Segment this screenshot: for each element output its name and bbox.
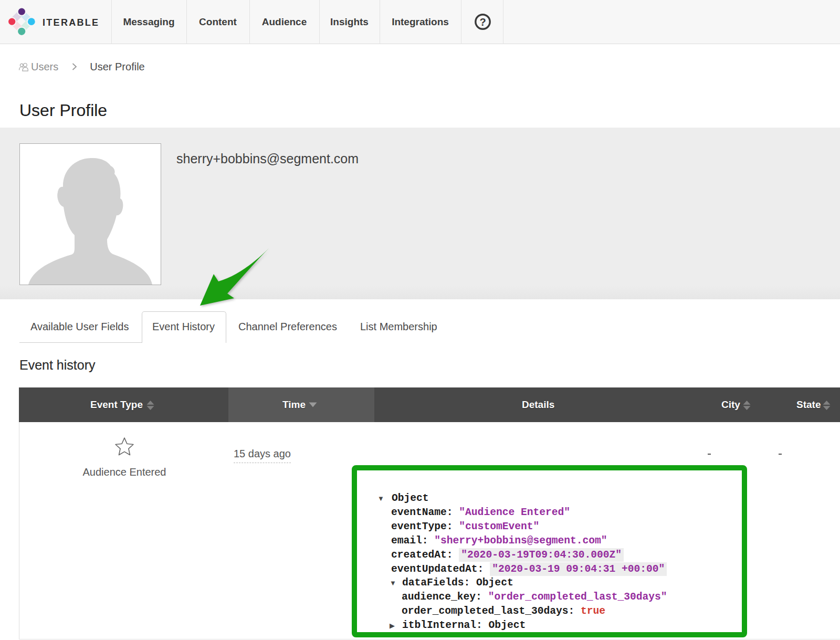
svg-text:?: ? <box>479 16 486 28</box>
